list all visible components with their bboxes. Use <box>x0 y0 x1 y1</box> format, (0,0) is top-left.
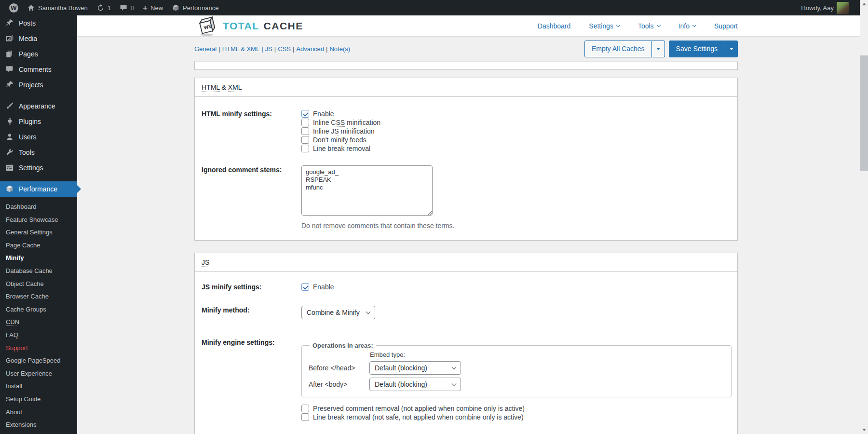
submenu-item-page-cache[interactable]: Page Cache <box>0 239 77 252</box>
submenu-item-statistics[interactable]: Statistics <box>0 432 77 434</box>
wordpress-logo-menu[interactable]: W <box>5 0 23 15</box>
sidebar-item-label: Pages <box>19 50 38 58</box>
sidebar-item-appearance[interactable]: Appearance <box>0 98 77 114</box>
submenu-item-setup-guide[interactable]: Setup Guide <box>0 393 77 406</box>
w3tc-cube-icon <box>5 185 14 193</box>
before-head-label: Before </head> <box>309 364 369 372</box>
sidebar-separator <box>0 176 77 181</box>
submenu-item-about[interactable]: About <box>0 406 77 419</box>
sidebar-item-label: Media <box>19 35 37 42</box>
anchor-advanced[interactable]: Advanced <box>296 45 324 53</box>
inline-css-minification-checkbox[interactable] <box>301 119 309 126</box>
sidebar-item-label: Comments <box>19 66 52 73</box>
js-line-break-removal-checkbox-row[interactable]: Line break removal (not safe, not applie… <box>301 413 732 421</box>
submenu-item-general-settings[interactable]: General Settings <box>0 226 77 239</box>
empty-caches-dropdown-button[interactable] <box>652 41 665 57</box>
anchor-js[interactable]: JS <box>265 45 272 53</box>
sidebar-item-comments[interactable]: Comments <box>0 62 77 77</box>
sidebar-item-tools[interactable]: Tools <box>0 145 77 160</box>
minify-method-select[interactable]: Combine & Minify <box>301 306 375 319</box>
before-head-embed-select[interactable]: Default (blocking) <box>369 361 461 375</box>
nav-info[interactable]: Info <box>678 22 696 30</box>
sidebar-item-label: Settings <box>19 164 43 172</box>
sidebar-item-media[interactable]: Media <box>0 31 77 46</box>
comments-bubble-icon <box>120 4 128 12</box>
submenu-item-minify[interactable]: Minify <box>0 252 77 265</box>
submenu-item-cache-groups[interactable]: Cache Groups <box>0 303 77 316</box>
sidebar-item-pages[interactable]: Pages <box>0 46 77 62</box>
html-enable-checkbox[interactable] <box>301 110 309 118</box>
pin-icon <box>5 19 14 27</box>
inline-js-minification-checkbox[interactable] <box>301 127 309 135</box>
updates-menu[interactable]: 1 <box>92 0 115 15</box>
dont-minify-feeds-checkbox-row[interactable]: Don't minify feeds <box>301 136 731 144</box>
submenu-item-user-experience[interactable]: User Experience <box>0 367 77 380</box>
preserved-comment-removal-checkbox-row[interactable]: Preserved comment removal (not applied w… <box>301 404 732 413</box>
submenu-item-dashboard[interactable]: Dashboard <box>0 201 77 214</box>
ignored-comment-stems-textarea[interactable]: google_ad_ RSPEAK_ mfunc <box>301 165 433 216</box>
empty-all-caches-button[interactable]: Empty All Caches <box>584 41 652 57</box>
html-minify-settings-label: HTML minify settings: <box>202 109 301 153</box>
performance-admin-menu[interactable]: Performance <box>167 0 223 15</box>
js-section: JS JS minify settings: Enable Minify met… <box>194 253 738 434</box>
logo-total-text: TOTAL <box>223 20 259 32</box>
operations-in-areas-fieldset: Operations in areas: Embed type: Before … <box>301 342 732 397</box>
dont-minify-feeds-checkbox[interactable] <box>301 136 309 144</box>
html-enable-checkbox-row[interactable]: Enable <box>301 109 731 118</box>
nav-tools[interactable]: Tools <box>638 22 660 30</box>
scrollbar-thumb[interactable] <box>860 55 868 171</box>
submenu-item-cdn[interactable]: CDN <box>0 316 77 329</box>
js-enable-checkbox-row[interactable]: Enable <box>301 283 731 291</box>
save-settings-button[interactable]: Save Settings <box>669 41 725 57</box>
sidebar-item-users[interactable]: Users <box>0 129 77 145</box>
anchor-html-xml[interactable]: HTML & XML <box>222 45 260 53</box>
sidebar-item-settings[interactable]: Settings <box>0 160 77 176</box>
submenu-item-extensions[interactable]: Extensions <box>0 419 77 432</box>
js-enable-checkbox[interactable] <box>301 283 309 291</box>
w3tc-logo-cube-icon: W3 <box>194 15 218 37</box>
scrollbar-up-button[interactable] <box>860 0 868 8</box>
updates-icon <box>96 4 105 12</box>
submenu-item-install[interactable]: Install <box>0 380 77 393</box>
preserved-comment-removal-checkbox[interactable] <box>301 405 309 412</box>
vertical-scrollbar[interactable] <box>860 0 868 434</box>
comments-menu[interactable]: 0 <box>115 0 138 15</box>
sidebar-item-projects[interactable]: Projects <box>0 77 77 93</box>
nav-support[interactable]: Support <box>714 22 738 30</box>
line-break-removal-checkbox-row[interactable]: Line break removal <box>301 144 731 153</box>
inline-js-minification-checkbox-row[interactable]: Inline JS minification <box>301 127 731 136</box>
nav-dashboard[interactable]: Dashboard <box>538 22 571 30</box>
sidebar-item-performance[interactable]: Performance <box>0 181 77 197</box>
submenu-item-feature-showcase[interactable]: Feature Showcase <box>0 214 77 227</box>
scroll-up-icon <box>862 3 866 5</box>
js-line-break-removal-checkbox[interactable] <box>301 413 309 421</box>
submenu-item-browser-cache[interactable]: Browser Cache <box>0 290 77 303</box>
save-settings-dropdown-button[interactable] <box>725 41 738 57</box>
updates-count: 1 <box>108 4 111 12</box>
pin-icon <box>5 81 14 89</box>
sidebar-item-plugins[interactable]: Plugins <box>0 114 77 129</box>
anchor-notes[interactable]: Note(s) <box>329 45 350 53</box>
caret-down-icon <box>730 48 733 50</box>
after-body-embed-select[interactable]: Default (blocking) <box>369 378 461 391</box>
chevron-down-icon <box>616 23 620 27</box>
anchor-general[interactable]: General <box>194 45 217 53</box>
line-break-removal-checkbox[interactable] <box>301 145 309 152</box>
nav-settings[interactable]: Settings <box>589 22 620 30</box>
anchor-css[interactable]: CSS <box>278 45 291 53</box>
appearance-brush-icon <box>5 102 14 110</box>
site-name-menu[interactable]: Samantha Bowen <box>23 0 92 15</box>
submenu-item-object-cache[interactable]: Object Cache <box>0 278 77 291</box>
account-menu[interactable]: Howdy, Aay <box>797 0 853 15</box>
submenu-item-google-pagespeed[interactable]: Google PageSpeed <box>0 354 77 367</box>
embed-type-label: Embed type: <box>369 351 461 358</box>
submenu-item-support[interactable]: Support <box>0 342 77 355</box>
submenu-item-faq[interactable]: FAQ <box>0 329 77 342</box>
sidebar-item-posts[interactable]: Posts <box>0 15 77 31</box>
new-label: New <box>150 4 163 12</box>
new-content-menu[interactable]: + New <box>138 0 167 15</box>
inline-css-minification-checkbox-row[interactable]: Inline CSS minification <box>301 118 731 127</box>
submenu-item-database-cache[interactable]: Database Cache <box>0 265 77 278</box>
previous-section-bottom <box>194 61 738 70</box>
media-icon <box>5 34 14 43</box>
